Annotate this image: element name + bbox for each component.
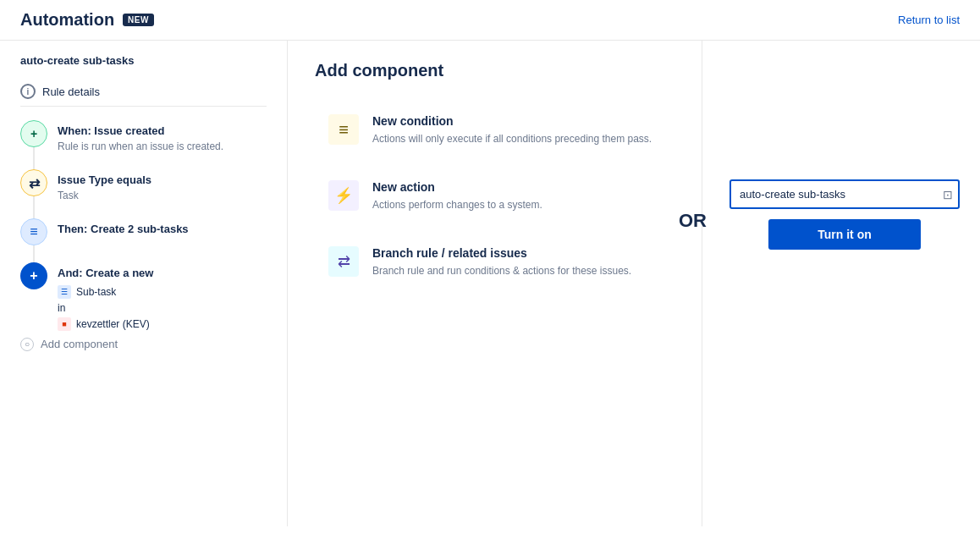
info-icon: i: [20, 84, 36, 99]
project-label: kevzettler (KEV): [76, 318, 150, 330]
sidebar: auto-create sub-tasks i Rule details + W…: [0, 41, 288, 526]
or-label: OR: [679, 210, 707, 232]
subtask-label: Sub-task: [76, 286, 116, 298]
branch-item-title: Branch rule / related issues: [372, 246, 631, 260]
timeline-item-condition[interactable]: ⇄ Issue Type equals Task: [20, 169, 267, 201]
app-title: Automation: [20, 10, 114, 30]
trigger-title: When: Issue created: [58, 124, 267, 139]
condition-item-title: New condition: [372, 114, 652, 128]
action-icon: ⚡: [328, 180, 359, 211]
component-item-action[interactable]: ⚡ New action Actions perform changes to …: [315, 167, 668, 226]
timeline: + When: Issue created Rule is run when a…: [20, 120, 267, 351]
condition-dot: ⇄: [20, 169, 47, 196]
timeline-item-trigger[interactable]: + When: Issue created Rule is run when a…: [20, 120, 267, 152]
search-input-wrapper: ⊡: [729, 179, 960, 209]
action-title: Then: Create 2 sub-tasks: [58, 222, 267, 237]
action-item-title: New action: [372, 180, 542, 194]
timeline-item-action2[interactable]: + And: Create a new ☰ Sub-task in ■ kevz…: [20, 262, 267, 330]
action-text: New action Actions perform changes to a …: [372, 180, 542, 212]
condition-subtitle: Task: [58, 190, 267, 201]
action-content: Then: Create 2 sub-tasks: [58, 218, 267, 237]
action-dot: ≡: [20, 218, 47, 245]
rule-name: auto-create sub-tasks: [20, 54, 267, 67]
trigger-dot: +: [20, 120, 47, 147]
center-panel: Add component ≡ New condition Actions wi…: [288, 41, 695, 526]
top-header: Automation NEW Return to list: [0, 0, 980, 41]
header-left: Automation NEW: [20, 10, 154, 30]
branch-text: Branch rule / related issues Branch rule…: [372, 246, 631, 278]
new-badge: NEW: [123, 14, 154, 26]
in-label: in: [58, 302, 65, 314]
condition-icon: ≡: [328, 114, 359, 145]
search-input[interactable]: [729, 179, 960, 209]
project-row: ■ kevzettler (KEV): [58, 317, 267, 331]
action2-title: And: Create a new: [58, 266, 267, 281]
branch-icon: ⇄: [328, 246, 359, 277]
action2-content: And: Create a new ☰ Sub-task in ■ kevzet…: [58, 262, 267, 330]
subtask-icon: ☰: [58, 285, 71, 299]
action2-dot: +: [20, 262, 47, 289]
project-icon: ■: [58, 317, 71, 331]
condition-content: Issue Type equals Task: [58, 169, 267, 201]
rule-details-label: Rule details: [42, 85, 100, 98]
add-component-button[interactable]: ○ Add component: [20, 338, 267, 351]
condition-text: New condition Actions will only execute …: [372, 114, 652, 146]
branch-item-desc: Branch rule and run conditions & actions…: [372, 263, 631, 278]
panel-title: Add component: [315, 61, 668, 80]
trigger-content: When: Issue created Rule is run when an …: [58, 120, 267, 152]
return-to-list-link[interactable]: Return to list: [898, 14, 960, 26]
right-panel: OR ⊡ Turn it on: [709, 41, 980, 526]
trigger-subtitle: Rule is run when an issue is created.: [58, 140, 267, 152]
action-item-desc: Actions perform changes to a system.: [372, 197, 542, 212]
turn-on-button[interactable]: Turn it on: [768, 219, 921, 250]
component-item-branch[interactable]: ⇄ Branch rule / related issues Branch ru…: [315, 233, 668, 292]
clear-icon[interactable]: ⊡: [943, 188, 953, 201]
vertical-divider: [702, 41, 702, 526]
condition-title: Issue Type equals: [58, 173, 267, 188]
add-component-label: Add component: [41, 338, 118, 350]
condition-item-desc: Actions will only execute if all conditi…: [372, 131, 652, 146]
subtask-row: ☰ Sub-task: [58, 285, 267, 299]
in-row: in: [58, 302, 267, 314]
timeline-item-action[interactable]: ≡ Then: Create 2 sub-tasks: [20, 218, 267, 245]
component-list: ≡ New condition Actions will only execut…: [315, 101, 668, 292]
component-item-condition[interactable]: ≡ New condition Actions will only execut…: [315, 101, 668, 160]
search-section: ⊡: [729, 179, 960, 209]
rule-details-row[interactable]: i Rule details: [20, 77, 267, 107]
main-layout: auto-create sub-tasks i Rule details + W…: [0, 41, 980, 526]
add-dot-icon: ○: [20, 338, 34, 351]
